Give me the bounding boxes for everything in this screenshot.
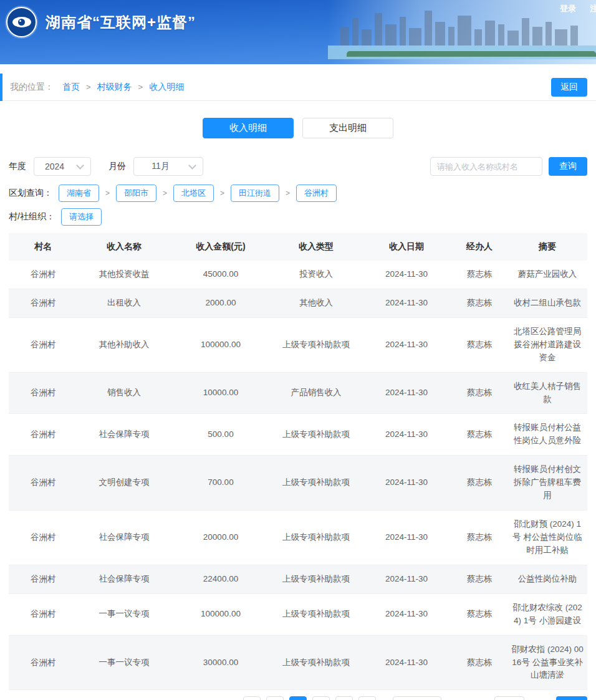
table-cell: 2024-11-30 xyxy=(362,511,451,565)
table-row: 谷洲村其他投资收益45000.00投资收入2024-11-30蔡志栋蘑菇产业园收… xyxy=(9,261,587,289)
region-chip-4[interactable]: 谷洲村 xyxy=(296,185,337,202)
page-button-1[interactable]: 1 xyxy=(289,696,307,700)
tab-expense-detail[interactable]: 支出明细 xyxy=(302,118,393,138)
column-header-3: 收入类型 xyxy=(271,233,362,261)
last-page-button[interactable]: » xyxy=(358,696,376,700)
table-cell: 蔡志栋 xyxy=(451,635,507,690)
page-button-2[interactable]: 2 xyxy=(312,696,330,700)
table-cell: 谷洲村 xyxy=(9,372,77,414)
table-cell: 2024-11-30 xyxy=(362,289,451,317)
table-row: 谷洲村社会保障专项500.00上级专项补助款项2024-11-30蔡志栋转报账员… xyxy=(9,414,587,456)
prev-page-button[interactable]: < xyxy=(266,696,284,700)
jump-page-input[interactable] xyxy=(494,696,524,700)
table-cell: 2024-11-30 xyxy=(362,593,451,635)
table-cell: 社会保障专项 xyxy=(77,414,171,456)
table-cell: 邵财农指 (2024) 0016号 公益事业奖补 山塘清淤 xyxy=(507,635,587,690)
back-button[interactable]: 返回 xyxy=(551,78,587,97)
region-chip-1[interactable]: 邵阳市 xyxy=(116,185,156,202)
tab-income-detail[interactable]: 收入明细 xyxy=(203,118,294,138)
table-cell: 转报账员付村公益性岗位人员意外险 xyxy=(507,414,587,456)
table-cell: 蔡志栋 xyxy=(451,456,507,511)
breadcrumb-link-1[interactable]: 村级财务 xyxy=(97,82,132,93)
table-cell: 谷洲村 xyxy=(9,289,77,317)
confirm-button[interactable]: 确认 xyxy=(556,696,587,700)
region-chip-3[interactable]: 田江街道 xyxy=(231,185,279,202)
table-cell: 转报账员付村创文拆除广告牌租车费用 xyxy=(507,456,587,511)
pagination: « < 12 > » 10条/页 跳转至 页 确认 xyxy=(243,696,587,700)
table-row: 谷洲村销售收入10000.00产品销售收入2024-11-30蔡志栋收红美人桔子… xyxy=(9,372,587,414)
table-cell: 上级专项补助款项 xyxy=(271,456,362,511)
table-cell: 出租收入 xyxy=(77,289,171,317)
region-chip-2[interactable]: 北塔区 xyxy=(173,185,214,202)
register-link[interactable]: 注册 xyxy=(590,3,596,14)
table-cell: 谷洲村 xyxy=(9,317,77,372)
table-cell: 邵北财预 (2024) 1号 村公益性岗位临时用工补贴 xyxy=(507,511,587,565)
query-button[interactable]: 查询 xyxy=(549,157,587,176)
month-select[interactable]: 11月 xyxy=(133,157,203,176)
year-select[interactable]: 2024 xyxy=(34,157,91,176)
table-cell: 北塔区公路管理局拨谷洲村道路建设资金 xyxy=(507,317,587,372)
table-cell: 上级专项补助款项 xyxy=(271,593,362,635)
table-cell: 社会保障专项 xyxy=(77,511,171,565)
chevron-down-icon xyxy=(76,161,84,170)
org-filter-row: 村/社组织： 请选择 xyxy=(9,208,587,226)
first-page-button[interactable]: « xyxy=(243,696,261,700)
river-water xyxy=(328,46,596,59)
eye-logo-icon xyxy=(6,7,37,37)
search-input[interactable] xyxy=(430,157,542,176)
column-header-4: 收入日期 xyxy=(362,233,451,261)
breadcrumb-separator: > xyxy=(138,82,143,92)
sky-background xyxy=(328,0,596,64)
table-cell: 蔡志栋 xyxy=(451,414,507,456)
table-cell: 2024-11-30 xyxy=(362,635,451,690)
page-root: { "topbar": { "login": "登录", "register":… xyxy=(0,0,596,700)
table-row: 谷洲村出租收入2000.00其他收入2024-11-30蔡志栋收村二组山承包款 xyxy=(9,289,587,317)
amount-cell: 22400.00 xyxy=(171,565,271,593)
table-cell: 蔡志栋 xyxy=(451,593,507,635)
year-select-value: 2024 xyxy=(34,161,75,171)
table-row: 谷洲村一事一议专项100000.00上级专项补助款项2024-11-30蔡志栋邵… xyxy=(9,593,587,635)
breadcrumb-link-2[interactable]: 收入明细 xyxy=(149,82,184,93)
region-chips: 湖南省>邵阳市>北塔区>田江街道>谷洲村 xyxy=(59,185,337,202)
chevron-down-icon xyxy=(188,161,196,170)
breadcrumb-accent-bar xyxy=(0,74,2,101)
region-separator: > xyxy=(105,189,110,198)
month-select-value: 11月 xyxy=(134,161,187,172)
table-row: 谷洲村其他补助收入100000.00上级专项补助款项2024-11-30蔡志栋北… xyxy=(9,317,587,372)
table-cell: 蔡志栋 xyxy=(451,511,507,565)
table-cell: 一事一议专项 xyxy=(77,593,171,635)
table-cell: 一事一议专项 xyxy=(77,635,171,690)
table-cell: 上级专项补助款项 xyxy=(271,565,362,593)
page-number-buttons: 12 xyxy=(289,696,330,700)
table-cell: 谷洲村 xyxy=(9,261,77,289)
table-cell: 公益性岗位补助 xyxy=(507,565,587,593)
table-row: 谷洲村社会保障专项20000.00上级专项补助款项2024-11-30蔡志栋邵北… xyxy=(9,511,587,565)
table-cell: 其他收入 xyxy=(271,289,362,317)
table-cell: 蘑菇产业园收入 xyxy=(507,261,587,289)
site-header: 登录 注册 湖南省“互联网+监督” xyxy=(0,0,596,64)
region-chip-0[interactable]: 湖南省 xyxy=(59,185,99,202)
table-cell: 蔡志栋 xyxy=(451,261,507,289)
table-cell: 谷洲村 xyxy=(9,565,77,593)
breadcrumb-bar: 我的位置： 首页>村级财务>收入明细 返回 xyxy=(0,74,596,101)
breadcrumb-label: 我的位置： xyxy=(10,82,54,93)
table-row: 谷洲村社会保障专项22400.00上级专项补助款项2024-11-30蔡志栋公益… xyxy=(9,565,587,593)
year-label: 年度 xyxy=(9,161,26,172)
login-link[interactable]: 登录 xyxy=(560,3,576,14)
table-cell: 收村二组山承包款 xyxy=(507,289,587,317)
page-size-select[interactable]: 10条/页 xyxy=(393,696,441,700)
brand: 湖南省“互联网+监督” xyxy=(6,7,196,37)
column-header-6: 摘要 xyxy=(507,233,587,261)
next-page-button[interactable]: > xyxy=(335,696,353,700)
org-select-chip[interactable]: 请选择 xyxy=(61,208,102,226)
filter-row: 年度 2024 月份 11月 查询 xyxy=(9,157,587,176)
table-cell: 文明创建专项 xyxy=(77,456,171,511)
table-cell: 上级专项补助款项 xyxy=(271,317,362,372)
region-filter-row: 区划查询： 湖南省>邵阳市>北塔区>田江街道>谷洲村 xyxy=(9,185,587,202)
column-header-0: 村名 xyxy=(9,233,77,261)
table-cell: 投资收入 xyxy=(271,261,362,289)
table-cell: 谷洲村 xyxy=(9,635,77,690)
table-row: 谷洲村文明创建专项700.00上级专项补助款项2024-11-30蔡志栋转报账员… xyxy=(9,456,587,511)
column-header-5: 经办人 xyxy=(451,233,507,261)
breadcrumb-link-0[interactable]: 首页 xyxy=(62,82,80,93)
